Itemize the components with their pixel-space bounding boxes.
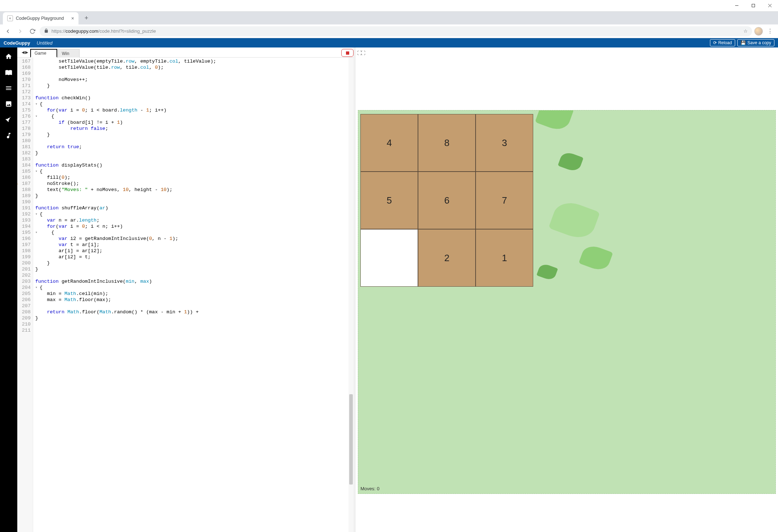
code-line[interactable]: max = Math.floor(max); — [35, 297, 354, 303]
menu-icon[interactable] — [5, 84, 13, 92]
puzzle-tile[interactable]: 3 — [476, 114, 533, 172]
code-line[interactable]: ▾ { — [35, 113, 354, 119]
window-titlebar — [0, 0, 778, 12]
gutter-line: 197 — [20, 242, 31, 248]
new-tab-button[interactable]: + — [81, 13, 91, 23]
code-line[interactable]: setTileValue(emptyTile.row, emptyTile.co… — [35, 58, 354, 64]
reload-button[interactable] — [27, 26, 37, 36]
window-close-button[interactable] — [761, 0, 778, 11]
gutter-line: 200 — [20, 260, 31, 266]
puzzle-tile[interactable]: 8 — [418, 114, 476, 172]
browser-menu-button[interactable]: ⋮ — [765, 28, 775, 34]
code-line[interactable]: ▾ { — [35, 168, 354, 174]
star-icon[interactable]: ☆ — [743, 28, 748, 34]
code-line[interactable]: return true; — [35, 144, 354, 150]
code-line[interactable]: ar[i] = ar[i2]; — [35, 248, 354, 254]
gutter-line: 191 — [20, 205, 31, 211]
code-line[interactable]: text("Moves: " + noMoves, 10, height - 1… — [35, 187, 354, 193]
code-line[interactable]: function shuffleArray(ar) — [35, 205, 354, 211]
puzzle-tile-empty[interactable] — [360, 229, 418, 287]
music-icon[interactable] — [5, 132, 13, 140]
svg-rect-1 — [752, 4, 755, 7]
editor-panel: ◀▶ Game Win + ▲ 167168169170171172173174… — [17, 47, 356, 532]
back-button[interactable] — [3, 26, 13, 36]
scrollbar-thumb[interactable] — [349, 394, 353, 485]
code-line[interactable]: function displayStats() — [35, 162, 354, 168]
code-line[interactable] — [35, 272, 354, 278]
editor-scrollbar[interactable] — [348, 58, 354, 532]
puzzle-tile[interactable]: 4 — [360, 114, 418, 172]
forward-button[interactable] — [15, 26, 25, 36]
rocket-icon[interactable] — [5, 116, 13, 124]
editor-tab-game[interactable]: Game — [30, 49, 57, 58]
tab-scroll-arrows[interactable]: ◀▶ — [19, 47, 30, 57]
code-line[interactable]: var n = ar.length; — [35, 217, 354, 223]
code-line[interactable]: for(var i = 0; i < board.length - 1; i++… — [35, 107, 354, 113]
code-line[interactable] — [35, 199, 354, 205]
reload-app-button[interactable]: ⟳Reload — [710, 39, 735, 46]
code-line[interactable]: ▾ { — [35, 285, 354, 291]
puzzle-tile[interactable]: 6 — [418, 172, 476, 229]
code-line[interactable]: var i2 = getRandomIntInclusive(0, n - 1)… — [35, 236, 354, 242]
save-copy-button[interactable]: 💾Save a copy — [737, 39, 774, 46]
window-minimize-button[interactable] — [728, 0, 745, 11]
url-text: https://codeguppy.com/code.html?t=slidin… — [51, 28, 156, 34]
code-line[interactable]: function getRandomIntInclusive(min, max) — [35, 278, 354, 285]
code-content[interactable]: setTileValue(emptyTile.row, emptyTile.co… — [33, 58, 354, 532]
code-line[interactable]: var t = ar[i]; — [35, 242, 354, 248]
code-line[interactable]: return Math.floor(Math.random() * (max -… — [35, 309, 354, 315]
gutter-line: 182 — [20, 150, 31, 156]
gutter-line: 211 — [20, 327, 31, 333]
code-line[interactable]: return false; — [35, 126, 354, 132]
doc-title: Untitled — [37, 40, 53, 46]
code-line[interactable] — [35, 138, 354, 144]
browser-tab-active[interactable]: G CodeGuppy Playground × — [3, 12, 78, 24]
code-line[interactable]: ar[i2] = t; — [35, 254, 354, 260]
code-editor[interactable]: ▲ 16716816917017117217317417517617717817… — [17, 58, 354, 532]
book-icon[interactable] — [5, 68, 13, 76]
code-line[interactable] — [35, 303, 354, 309]
editor-tab-win[interactable]: Win — [58, 49, 80, 58]
code-line[interactable]: } — [35, 132, 354, 138]
code-line[interactable]: } — [35, 266, 354, 272]
gutter-line: 196 — [20, 236, 31, 242]
home-icon[interactable] — [5, 53, 13, 60]
code-line[interactable]: } — [35, 150, 354, 156]
expand-output-icon[interactable]: ⛶ — [361, 50, 365, 56]
code-line[interactable]: } — [35, 83, 354, 89]
code-line[interactable]: ▾ { — [35, 229, 354, 236]
gutter-line: 173 — [20, 95, 31, 101]
code-line[interactable]: if (board[i] != i + 1) — [35, 119, 354, 126]
puzzle-tile[interactable]: 7 — [476, 172, 533, 229]
code-line[interactable]: noMoves++; — [35, 77, 354, 83]
save-icon: 💾 — [741, 40, 746, 45]
code-line[interactable] — [35, 156, 354, 162]
image-icon[interactable] — [5, 100, 13, 108]
browser-tab-title: CodeGuppy Playground — [16, 16, 64, 21]
code-line[interactable]: ▾ { — [35, 211, 354, 217]
puzzle-tile[interactable]: 5 — [360, 172, 418, 229]
address-bar[interactable]: https://codeguppy.com/code.html?t=slidin… — [40, 26, 752, 36]
code-line[interactable]: } — [35, 260, 354, 266]
tab-close-icon[interactable]: × — [71, 15, 74, 21]
favicon-icon: G — [7, 15, 13, 21]
stop-button[interactable] — [341, 49, 354, 57]
code-line[interactable] — [35, 327, 354, 333]
code-line[interactable]: for(var i = 0; i < n; i++) — [35, 223, 354, 229]
window-maximize-button[interactable] — [745, 0, 761, 11]
code-line[interactable] — [35, 71, 354, 77]
profile-avatar[interactable] — [754, 27, 763, 36]
code-line[interactable]: } — [35, 315, 354, 321]
puzzle-tile[interactable]: 1 — [476, 229, 533, 287]
code-line[interactable]: function checkWin() — [35, 95, 354, 101]
app-brand[interactable]: CodeGuppy — [4, 40, 30, 46]
code-line[interactable] — [35, 321, 354, 327]
code-line[interactable]: ▾ { — [35, 101, 354, 107]
puzzle-tile[interactable]: 2 — [418, 229, 476, 287]
code-line[interactable]: fill(0); — [35, 174, 354, 181]
code-line[interactable]: setTileValue(tile.row, tile.col, 0); — [35, 64, 354, 71]
code-line[interactable] — [35, 89, 354, 95]
code-line[interactable]: noStroke(); — [35, 181, 354, 187]
code-line[interactable]: } — [35, 193, 354, 199]
code-line[interactable]: min = Math.ceil(min); — [35, 291, 354, 297]
